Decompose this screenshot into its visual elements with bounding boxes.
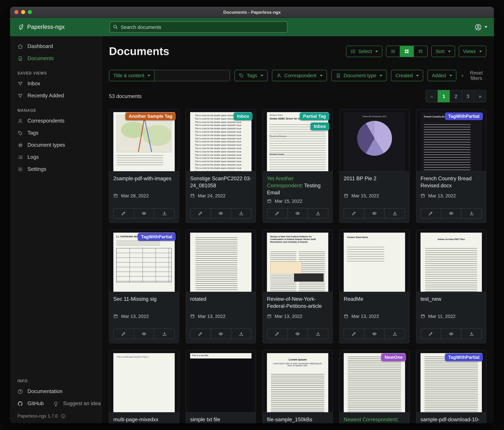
tag-badge[interactable]: TagWithPartial (138, 233, 176, 241)
correspondent-filter-button[interactable]: Correspondent (272, 70, 327, 81)
sidebar-item-logs[interactable]: Logs (10, 151, 101, 163)
document-thumbnail[interactable]: NewOne (340, 350, 409, 412)
window-titlebar[interactable]: Documents - Paperless-ngx (10, 7, 494, 18)
sidebar-item-recently-added[interactable]: Recently Added (10, 90, 101, 102)
document-thumbnail[interactable]: This is a test file. (186, 350, 255, 412)
sidebar-item-document-types[interactable]: Document types (10, 139, 101, 151)
document-type-filter-button[interactable]: Document type (331, 70, 387, 81)
view-list-button[interactable] (386, 46, 400, 57)
document-thumbnail[interactable]: TagWithPartial (416, 350, 486, 412)
sidebar-item-suggest-idea[interactable]: Suggest an idea (51, 397, 101, 410)
sidebar-item-documentation[interactable]: Documentation (10, 385, 101, 397)
tag-badge[interactable]: Another Sample Tag (125, 112, 176, 120)
document-title[interactable]: multi-page-mixedxx (113, 416, 175, 423)
document-thumbnail[interactable]: Adobe Acrobat PDF Files (416, 230, 486, 292)
edit-button[interactable] (421, 329, 441, 339)
view-button[interactable] (441, 329, 461, 339)
document-correspondent[interactable]: Newest Correspondent (344, 417, 397, 422)
document-title[interactable]: 2011 BP Pie 2 (344, 175, 405, 191)
user-menu[interactable] (475, 23, 487, 31)
view-button[interactable] (287, 208, 308, 218)
sidebar-item-dashboard[interactable]: Dashboard (10, 40, 101, 52)
view-button[interactable] (287, 329, 308, 339)
edit-button[interactable] (421, 208, 441, 218)
edit-button[interactable] (190, 329, 211, 339)
tag-badge[interactable]: Inbox (234, 112, 252, 120)
sidebar-item-settings[interactable]: Settings (10, 163, 101, 175)
close-button[interactable] (14, 10, 18, 14)
document-title[interactable]: test_new (421, 296, 482, 311)
download-button[interactable] (461, 208, 482, 218)
edit-button[interactable] (344, 329, 364, 339)
edit-button[interactable] (344, 208, 364, 218)
tag-badge[interactable]: Inbox (311, 122, 329, 130)
edit-button[interactable] (267, 208, 288, 218)
sidebar-item-inbox[interactable]: Inbox (10, 77, 101, 90)
title-content-input[interactable] (155, 70, 230, 81)
document-thumbnail[interactable]: This is a test for the double space char… (186, 109, 255, 171)
reset-filters-button[interactable]: Reset filters (461, 70, 486, 81)
download-button[interactable] (154, 208, 175, 218)
document-title[interactable]: Review-of-New-York-Federal-Petitions-art… (267, 296, 328, 311)
download-button[interactable] (231, 329, 252, 339)
sidebar-item-correspondents[interactable]: Correspondents (10, 115, 101, 127)
document-thumbnail[interactable]: Lorem ipsumLorem ipsum dolor sit amet, c… (263, 350, 332, 412)
document-title[interactable]: French Country Bread Revised.docx (421, 175, 482, 191)
pagination-page-1[interactable]: 1 (438, 90, 450, 102)
download-button[interactable] (385, 208, 405, 218)
edit-button[interactable] (113, 329, 134, 339)
download-button[interactable] (385, 329, 405, 339)
edit-button[interactable] (190, 208, 211, 218)
document-title[interactable]: Newest Correspondent: f_combineds (344, 416, 405, 423)
brand[interactable]: Paperless-ngx (17, 24, 110, 30)
zoom-button[interactable] (28, 10, 32, 14)
document-title[interactable]: Sec 11-Missing sig (113, 296, 175, 311)
title-content-button[interactable]: Title & content (109, 70, 155, 81)
document-title[interactable]: rotated (190, 296, 252, 311)
sidebar-item-github[interactable]: GitHub (10, 397, 51, 410)
pagination-page-3[interactable]: 3 (462, 90, 474, 102)
edit-button[interactable] (267, 329, 288, 339)
view-details-button[interactable] (414, 46, 428, 57)
document-thumbnail[interactable]: Release NotesSimba ODBC Driver for SQL S… (263, 109, 332, 171)
document-title[interactable]: file-sample_150kBs (267, 416, 328, 423)
select-button[interactable]: Select (346, 46, 382, 57)
download-button[interactable] (231, 208, 252, 218)
document-thumbnail[interactable]: Another Sample Tag (109, 109, 179, 171)
view-button[interactable] (210, 208, 231, 218)
document-thumbnail[interactable]: 1.1. CONTINUING MEDICAL EDUCA TagWithPar… (109, 230, 179, 292)
view-button[interactable] (441, 208, 461, 218)
pagination-prev-button[interactable]: « (425, 90, 438, 102)
view-button[interactable] (364, 208, 385, 218)
document-correspondent[interactable]: Yet Another Correspondent (267, 176, 301, 188)
download-button[interactable] (308, 329, 328, 339)
document-title[interactable]: Sonstige ScanPC2022 03-24_081058 (190, 175, 252, 191)
document-title[interactable]: ReadMe (344, 296, 405, 311)
document-title[interactable]: simple txt file (190, 416, 252, 423)
tag-badge[interactable]: NewOne (381, 354, 406, 361)
tag-badge[interactable]: TagWithPartial (445, 112, 483, 120)
document-thumbnail[interactable]: This is a multi page document. Page 1. (109, 350, 179, 412)
document-thumbnail[interactable] (186, 230, 255, 292)
sidebar-item-tags[interactable]: Tags (10, 127, 101, 139)
view-button[interactable] (134, 208, 154, 218)
sort-button[interactable]: Sort (431, 46, 455, 57)
document-thumbnail[interactable]: Patient BP Distribution 2011 (340, 109, 409, 171)
minimize-button[interactable] (21, 10, 25, 14)
view-button[interactable] (210, 329, 231, 339)
view-button[interactable] (364, 329, 385, 339)
tags-filter-button[interactable]: Tags (234, 70, 267, 81)
document-thumbnail[interactable]: French Country Bread TagWithPartial (416, 109, 486, 171)
created-filter-button[interactable]: Created (391, 70, 423, 81)
pagination-next-button[interactable]: » (474, 90, 486, 102)
download-button[interactable] (308, 208, 328, 218)
view-grid-button[interactable] (400, 46, 414, 57)
document-title[interactable]: Yet Another Correspondent: Testing Email (267, 175, 328, 196)
search-input[interactable] (110, 21, 287, 33)
sidebar-item-documents[interactable]: Documents (10, 52, 101, 65)
views-button[interactable]: Views (459, 46, 486, 57)
added-filter-button[interactable]: Added (428, 70, 456, 81)
edit-button[interactable] (113, 208, 134, 218)
pagination-page-2[interactable]: 2 (450, 90, 462, 102)
view-button[interactable] (134, 329, 154, 339)
